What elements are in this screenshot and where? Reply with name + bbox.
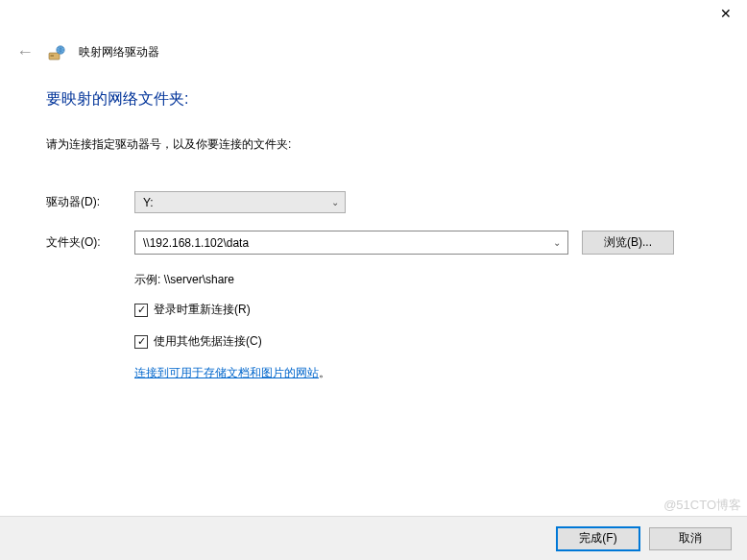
reconnect-row: ✓ 登录时重新连接(R) [134, 302, 747, 318]
finish-button[interactable]: 完成(F) [557, 527, 639, 550]
credentials-checkbox[interactable]: ✓ [134, 335, 148, 349]
close-button[interactable]: ✕ [704, 0, 747, 27]
credentials-label: 使用其他凭据连接(C) [154, 333, 262, 350]
storage-website-link[interactable]: 连接到可用于存储文档和图片的网站 [134, 366, 319, 379]
back-button[interactable]: ← [15, 42, 35, 62]
network-drive-icon [48, 44, 65, 61]
drive-value: Y: [143, 196, 154, 209]
instruction-text: 请为连接指定驱动器号，以及你要连接的文件夹: [46, 136, 747, 153]
checkmark-icon: ✓ [137, 304, 146, 315]
folder-combobox[interactable]: ⌄ [134, 231, 568, 255]
back-arrow-icon: ← [16, 42, 34, 61]
folder-dropdown-button[interactable]: ⌄ [546, 231, 567, 254]
drive-label: 驱动器(D): [46, 194, 134, 210]
drive-select[interactable]: Y: ⌄ [134, 191, 346, 213]
chevron-down-icon: ⌄ [331, 197, 339, 207]
window-title: 映射网络驱动器 [79, 44, 159, 61]
chevron-down-icon: ⌄ [553, 237, 561, 248]
cancel-button[interactable]: 取消 [649, 527, 732, 550]
reconnect-label: 登录时重新连接(R) [154, 302, 251, 318]
drive-row: 驱动器(D): Y: ⌄ [46, 191, 747, 213]
folder-input[interactable] [135, 231, 546, 254]
header-row: ← 映射网络驱动器 [0, 31, 747, 70]
checkmark-icon: ✓ [137, 336, 146, 347]
example-text: 示例: \\server\share [134, 272, 747, 288]
svg-rect-1 [51, 55, 55, 56]
link-period: 。 [319, 366, 330, 379]
folder-label: 文件夹(O): [46, 234, 134, 251]
credentials-row: ✓ 使用其他凭据连接(C) [134, 333, 747, 350]
browse-button[interactable]: 浏览(B)... [582, 231, 674, 255]
watermark-text: @51CTO博客 [663, 497, 741, 514]
storage-link-row: 连接到可用于存储文档和图片的网站。 [134, 365, 747, 381]
page-heading: 要映射的网络文件夹: [46, 89, 747, 110]
content-area: 要映射的网络文件夹: 请为连接指定驱动器号，以及你要连接的文件夹: 驱动器(D)… [0, 70, 747, 381]
close-icon: ✕ [720, 6, 732, 21]
reconnect-checkbox[interactable]: ✓ [134, 304, 148, 317]
titlebar: ✕ [0, 0, 747, 31]
footer-bar: 完成(F) 取消 [0, 516, 747, 560]
folder-row: 文件夹(O): ⌄ 浏览(B)... [46, 231, 747, 255]
